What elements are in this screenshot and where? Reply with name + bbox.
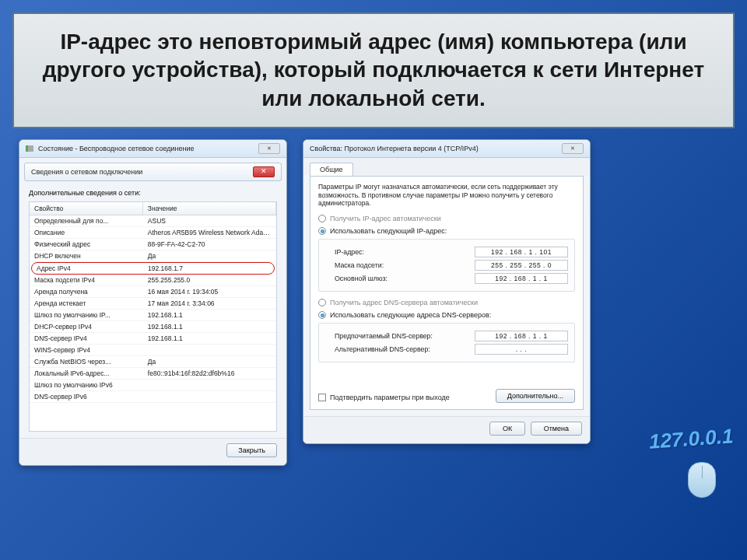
- radio-label: Получить IP-адрес автоматически: [330, 215, 441, 222]
- table-row: Аренда получена16 мая 2014 г. 19:34:05: [30, 286, 276, 298]
- tab-general[interactable]: Общие: [310, 163, 353, 176]
- table-row: Аренда истекает17 мая 2014 г. 3:34:06: [30, 298, 276, 310]
- table-row: ОписаниеAtheros AR5B95 Wireless Network …: [30, 227, 276, 239]
- radio-icon: [318, 227, 326, 235]
- cell-value: [143, 345, 276, 355]
- subheader-title: Сведения о сетевом подключении: [31, 168, 142, 176]
- cell-value: [143, 391, 276, 402]
- label-ip: IP-адрес:: [335, 248, 364, 256]
- radio-icon: [318, 299, 326, 306]
- cell-property: Локальный IPv6-адрес...: [30, 368, 143, 379]
- radio-label: Использовать следующий IP-адрес:: [330, 227, 447, 235]
- cell-value: 192.168.1.1: [143, 333, 276, 344]
- input-dns2[interactable]: . . .: [475, 344, 568, 355]
- cell-property: Определенный для по...: [30, 215, 143, 226]
- close-icon[interactable]: ✕: [258, 143, 280, 154]
- label-gateway: Основной шлюз:: [335, 275, 388, 282]
- input-gateway[interactable]: 192 . 168 . 1 . 1: [475, 273, 568, 284]
- cell-property: WINS-сервер IPv4: [30, 345, 143, 355]
- input-mask[interactable]: 255 . 255 . 255 . 0: [475, 260, 568, 271]
- cell-property: Аренда получена: [30, 286, 143, 297]
- cell-property: Служба NetBIOS через...: [30, 356, 143, 367]
- table-row: Маска подсети IPv4255.255.255.0: [30, 275, 276, 286]
- ip-group: IP-адрес:192 . 168 . 1 . 101 Маска подсе…: [318, 239, 575, 292]
- cell-value: fe80::91b4:16f:82d2:df6b%16: [143, 368, 276, 379]
- label-mask: Маска подсети:: [335, 261, 384, 269]
- titlebar: Состояние - Беспроводное сетевое соедине…: [19, 140, 286, 158]
- col-value: Значение: [143, 202, 276, 215]
- radio-auto-dns[interactable]: Получить адрес DNS-сервера автоматически: [318, 299, 575, 306]
- details-grid: Свойство Значение Определенный для по...…: [29, 201, 277, 432]
- cell-property: Адрес IPv4: [32, 263, 143, 274]
- radio-auto-ip[interactable]: Получить IP-адрес автоматически: [318, 215, 575, 222]
- cell-property: Описание: [30, 227, 143, 238]
- radio-icon: [318, 215, 326, 222]
- table-row: WINS-сервер IPv4: [30, 345, 276, 356]
- close-icon[interactable]: ✕: [562, 143, 584, 154]
- input-ip[interactable]: 192 . 168 . 1 . 101: [475, 247, 568, 257]
- cell-value: 192.168.1.1: [143, 310, 276, 320]
- radio-label: Использовать следующие адреса DNS-сервер…: [330, 311, 491, 319]
- slide-title: IP-адрес это неповторимый адрес (имя) ко…: [12, 12, 735, 128]
- cell-value: Да: [143, 250, 276, 261]
- label-dns1: Предпочитаемый DNS-сервер:: [335, 332, 433, 340]
- label-dns2: Альтернативный DNS-сервер:: [335, 345, 430, 353]
- radio-manual-ip[interactable]: Использовать следующий IP-адрес:: [318, 227, 575, 235]
- cell-property: Маска подсети IPv4: [30, 275, 143, 285]
- window-title: Свойства: Протокол Интернета версии 4 (T…: [310, 145, 479, 152]
- col-property: Свойство: [30, 202, 143, 215]
- cell-property: Шлюз по умолчанию IP...: [30, 310, 143, 320]
- cell-value: 17 мая 2014 г. 3:34:06: [143, 298, 276, 309]
- advanced-button[interactable]: Дополнительно...: [496, 389, 575, 403]
- cell-value: [143, 380, 276, 390]
- radio-manual-dns[interactable]: Использовать следующие адреса DNS-сервер…: [318, 311, 575, 319]
- wifi-signal-icon: [26, 145, 33, 152]
- input-dns1[interactable]: 192 . 168 . 1 . 1: [475, 331, 568, 341]
- window-title: Состояние - Беспроводное сетевое соедине…: [38, 145, 195, 152]
- table-row: Служба NetBIOS через...Да: [30, 356, 276, 368]
- cell-property: DNS-сервер IPv4: [30, 333, 143, 344]
- table-row: Адрес IPv4192.168.1.7: [31, 262, 275, 275]
- cell-property: Физический адрес: [30, 239, 143, 250]
- description-text: Параметры IP могут назначаться автоматич…: [318, 183, 575, 208]
- table-row: DNS-сервер IPv4192.168.1.1: [30, 333, 276, 345]
- ok-button[interactable]: ОК: [489, 422, 525, 436]
- details-label: Дополнительные сведения о сети:: [29, 189, 277, 197]
- table-row: Физический адрес88-9F-FA-42-C2-70: [30, 239, 276, 250]
- titlebar: Свойства: Протокол Интернета версии 4 (T…: [303, 140, 590, 158]
- tab-strip: Общие: [303, 158, 590, 176]
- connection-status-window: Состояние - Беспроводное сетевое соедине…: [19, 139, 287, 466]
- cell-value: 255.255.255.0: [143, 275, 276, 285]
- radio-label: Получить адрес DNS-сервера автоматически: [330, 299, 478, 306]
- cell-property: Аренда истекает: [30, 298, 143, 309]
- table-row: DHCP-сервер IPv4192.168.1.1: [30, 321, 276, 333]
- close-button-red[interactable]: ✕: [253, 166, 275, 177]
- cell-value: Да: [143, 356, 276, 367]
- ipv4-properties-window: Свойства: Протокол Интернета версии 4 (T…: [303, 139, 591, 444]
- table-row: Шлюз по умолчанию IPv6: [30, 380, 276, 391]
- grid-header: Свойство Значение: [30, 202, 276, 215]
- cell-property: DHCP включен: [30, 250, 143, 261]
- close-button[interactable]: Закрыть: [226, 443, 277, 457]
- table-row: DNS-сервер IPv6: [30, 391, 276, 403]
- table-row: Определенный для по...ASUS: [30, 215, 276, 227]
- cell-value: 192.168.1.1: [143, 321, 276, 332]
- radio-icon: [318, 311, 326, 319]
- cell-property: DNS-сервер IPv6: [30, 391, 143, 402]
- cell-property: Шлюз по умолчанию IPv6: [30, 380, 143, 390]
- table-row: DHCP включенДа: [30, 250, 276, 262]
- cell-value: 192.168.1.7: [143, 263, 274, 274]
- cell-property: DHCP-сервер IPv4: [30, 321, 143, 332]
- cancel-button[interactable]: Отмена: [531, 422, 582, 436]
- table-row: Локальный IPv6-адрес...fe80::91b4:16f:82…: [30, 368, 276, 380]
- subheader: Сведения о сетевом подключении ✕: [24, 163, 282, 181]
- cell-value: 88-9F-FA-42-C2-70: [143, 239, 276, 250]
- cell-value: ASUS: [143, 215, 276, 226]
- table-row: Шлюз по умолчанию IP...192.168.1.1: [30, 310, 276, 321]
- confirm-checkbox-row[interactable]: Подтвердить параметры при выходе: [318, 394, 450, 401]
- cell-value: Atheros AR5B95 Wireless Network Adapt…: [143, 227, 276, 238]
- checkbox-label: Подтвердить параметры при выходе: [330, 394, 450, 401]
- checkbox-icon: [318, 394, 326, 401]
- cell-value: 16 мая 2014 г. 19:34:05: [143, 286, 276, 297]
- mouse-illustration-icon: [688, 462, 716, 498]
